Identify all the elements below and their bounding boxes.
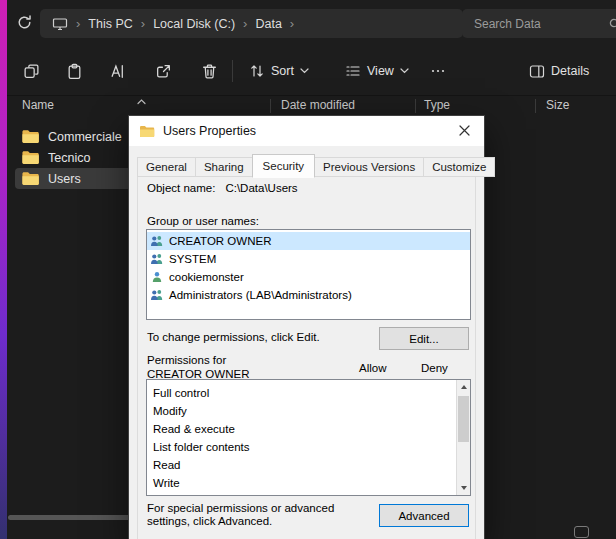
permission-row-read[interactable]: Read [147,456,470,474]
permission-name: Read [153,459,181,471]
horizontal-scrollbar[interactable] [8,515,148,520]
scroll-up-icon[interactable] [457,380,470,394]
group-name: Administrators (LAB\Administrators) [169,289,352,301]
copy-icon [23,63,40,80]
permissions-label: Permissions for CREATOR OWNER [147,354,277,381]
breadcrumb-separator: › [141,17,145,30]
allow-column-header: Allow [359,362,386,374]
sort-button[interactable]: Sort [243,53,315,89]
paste-button[interactable] [56,53,92,89]
command-bar: Sort View [7,46,616,96]
file-name: Tecnico [48,151,90,165]
close-button[interactable] [446,116,482,146]
dialog-tabs: General Sharing Security Previous Versio… [137,154,494,177]
tab-previous-versions[interactable]: Previous Versions [314,157,424,177]
tab-general[interactable]: General [137,157,196,177]
details-label: Details [551,64,589,78]
permission-row-full-control[interactable]: Full control [147,384,470,402]
toolbar-divider [232,60,233,82]
column-divider[interactable] [270,99,271,113]
folder-icon [21,171,40,186]
share-button[interactable] [145,53,181,89]
this-pc-icon [52,17,68,31]
permission-row-write[interactable]: Write [147,474,470,492]
share-icon [155,63,172,80]
column-divider[interactable] [415,99,416,113]
user-icon [150,271,164,283]
chevron-down-icon [400,68,409,74]
advanced-button[interactable]: Advanced [379,504,469,527]
breadcrumb-this-pc[interactable]: This PC [88,17,132,31]
permissions-scrollbar[interactable] [456,380,470,495]
tab-customize[interactable]: Customize [423,157,495,177]
view-toggle-icon[interactable] [574,526,589,538]
more-options-button[interactable] [421,53,455,89]
edit-hint: To change permissions, click Edit. [147,331,320,343]
refresh-icon [16,19,33,34]
breadcrumb-separator: › [76,17,80,30]
sort-label: Sort [271,64,294,78]
permission-name: Read & execute [153,423,235,435]
details-button[interactable]: Details [523,53,595,89]
group-names-label: Group or user names: [147,215,259,227]
paste-icon [66,63,83,80]
users-properties-dialog: Users Properties General Sharing Securit… [128,115,485,539]
list-item-system[interactable]: SYSTEM [147,250,470,268]
search-box[interactable] [462,9,616,38]
permission-row-modify[interactable]: Modify [147,402,470,420]
group-name: CREATOR OWNER [169,235,271,247]
left-accent-strip [0,0,7,539]
deny-column-header: Deny [421,362,448,374]
tab-security[interactable]: Security [252,154,316,178]
list-item-administrators[interactable]: Administrators (LAB\Administrators) [147,286,470,304]
group-name: cookiemonster [169,271,244,283]
desktop-screenshot: › This PC › Local Disk (C:) › Data › [0,0,616,539]
search-input[interactable] [472,16,608,32]
breadcrumb-separator: › [290,17,294,30]
column-header-name[interactable]: Name [22,98,54,112]
object-name-row: Object name: C:\Data\Users [147,182,298,194]
copy-button[interactable] [13,53,49,89]
column-header-size[interactable]: Size [546,98,569,112]
sort-ascending-icon [137,94,146,108]
details-pane-icon [529,64,545,79]
folder-icon [21,150,40,165]
refresh-button[interactable] [14,14,34,34]
permissions-list: Full control Modify Read & execute List … [146,379,471,496]
dialog-folder-icon [139,125,155,138]
breadcrumb-local-disk[interactable]: Local Disk (C:) [153,17,235,31]
dialog-titlebar: Users Properties [129,116,484,146]
close-icon [459,124,470,139]
ellipsis-icon [430,63,446,79]
breadcrumb-data[interactable]: Data [255,17,281,31]
scrollbar-thumb[interactable] [458,396,469,442]
column-header-date-modified[interactable]: Date modified [281,98,355,112]
column-headers: Name Date modified Type Size [7,96,616,116]
scroll-down-icon[interactable] [457,481,470,495]
permission-row-read-execute[interactable]: Read & execute [147,420,470,438]
group-icon [150,289,164,301]
delete-icon [201,63,218,80]
view-label: View [367,64,394,78]
column-header-type[interactable]: Type [424,98,450,112]
edit-button[interactable]: Edit... [379,327,469,350]
sort-icon [249,63,265,79]
view-button[interactable]: View [339,53,415,89]
group-icon [150,235,164,247]
rename-button[interactable] [99,53,135,89]
tab-sharing[interactable]: Sharing [195,157,253,177]
advanced-hint: For special permissions or advanced sett… [147,502,379,528]
rename-icon [109,63,126,80]
list-item-cookiemonster[interactable]: cookiemonster [147,268,470,286]
delete-button[interactable] [191,53,227,89]
permission-name: Write [153,477,180,489]
file-name: Commerciale [48,130,122,144]
search-icon [608,17,616,31]
address-bar[interactable]: › This PC › Local Disk (C:) › Data › [40,9,463,38]
group-name: SYSTEM [169,253,216,265]
column-divider[interactable] [535,99,536,113]
chevron-down-icon [300,68,309,74]
permission-row-list-folder-contents[interactable]: List folder contents [147,438,470,456]
permission-name: Modify [153,405,187,417]
list-item-creator-owner[interactable]: CREATOR OWNER [147,232,470,250]
